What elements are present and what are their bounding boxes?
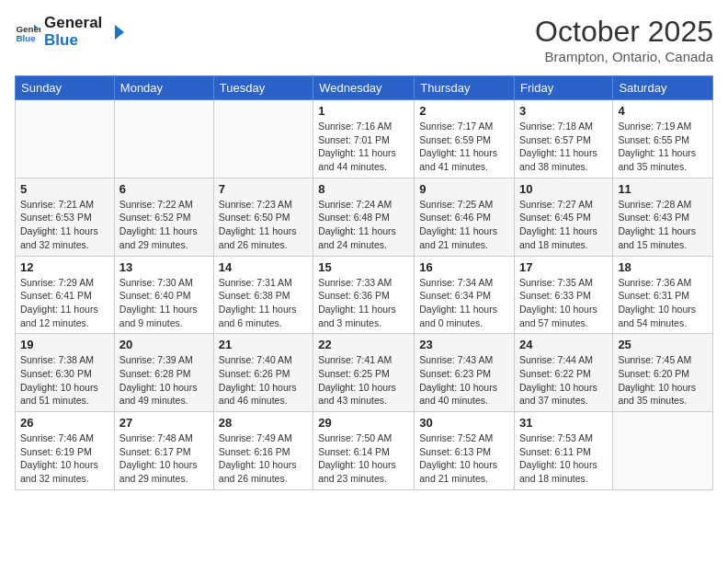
calendar-cell: 4Sunrise: 7:19 AM Sunset: 6:55 PM Daylig… xyxy=(613,100,713,178)
day-number: 3 xyxy=(519,104,608,118)
day-info: Sunrise: 7:53 AM Sunset: 6:11 PM Dayligh… xyxy=(519,431,608,486)
calendar-cell xyxy=(213,100,313,178)
day-number: 5 xyxy=(20,182,109,196)
day-number: 22 xyxy=(318,338,409,351)
calendar-cell: 17Sunrise: 7:35 AM Sunset: 6:33 PM Dayli… xyxy=(515,256,613,334)
calendar-cell: 13Sunrise: 7:30 AM Sunset: 6:40 PM Dayli… xyxy=(114,256,213,334)
calendar-cell: 16Sunrise: 7:34 AM Sunset: 6:34 PM Dayli… xyxy=(415,256,515,334)
calendar-cell: 27Sunrise: 7:48 AM Sunset: 6:17 PM Dayli… xyxy=(114,412,213,490)
day-info: Sunrise: 7:39 AM Sunset: 6:28 PM Dayligh… xyxy=(119,353,209,408)
calendar-body: 1Sunrise: 7:16 AM Sunset: 7:01 PM Daylig… xyxy=(16,100,713,490)
calendar-cell: 31Sunrise: 7:53 AM Sunset: 6:11 PM Dayli… xyxy=(515,412,613,490)
calendar-cell: 10Sunrise: 7:27 AM Sunset: 6:45 PM Dayli… xyxy=(515,178,613,256)
calendar-week-row: 1Sunrise: 7:16 AM Sunset: 7:01 PM Daylig… xyxy=(16,100,713,178)
calendar-week-row: 26Sunrise: 7:46 AM Sunset: 6:19 PM Dayli… xyxy=(16,412,713,490)
logo-text-line2: Blue xyxy=(44,32,102,50)
calendar-cell: 28Sunrise: 7:49 AM Sunset: 6:16 PM Dayli… xyxy=(213,412,313,490)
calendar-cell: 7Sunrise: 7:23 AM Sunset: 6:50 PM Daylig… xyxy=(213,178,313,256)
day-info: Sunrise: 7:28 AM Sunset: 6:43 PM Dayligh… xyxy=(618,198,708,252)
month-title: October 2025 xyxy=(535,15,713,49)
day-number: 24 xyxy=(519,338,608,351)
calendar-cell: 20Sunrise: 7:39 AM Sunset: 6:28 PM Dayli… xyxy=(114,334,213,412)
day-number: 19 xyxy=(20,338,109,351)
calendar-cell: 25Sunrise: 7:45 AM Sunset: 6:20 PM Dayli… xyxy=(613,334,713,412)
day-number: 18 xyxy=(618,260,708,274)
calendar-cell: 22Sunrise: 7:41 AM Sunset: 6:25 PM Dayli… xyxy=(313,334,415,412)
header-day-sunday: Sunday xyxy=(16,76,115,100)
day-number: 28 xyxy=(219,416,308,430)
day-number: 15 xyxy=(318,260,409,274)
calendar-cell xyxy=(16,100,115,178)
day-info: Sunrise: 7:36 AM Sunset: 6:31 PM Dayligh… xyxy=(618,276,708,330)
calendar-table: SundayMondayTuesdayWednesdayThursdayFrid… xyxy=(15,75,713,490)
calendar-cell: 19Sunrise: 7:38 AM Sunset: 6:30 PM Dayli… xyxy=(16,334,115,412)
day-info: Sunrise: 7:41 AM Sunset: 6:25 PM Dayligh… xyxy=(318,353,409,408)
calendar-cell: 6Sunrise: 7:22 AM Sunset: 6:52 PM Daylig… xyxy=(114,178,213,256)
day-info: Sunrise: 7:49 AM Sunset: 6:16 PM Dayligh… xyxy=(219,431,308,486)
day-info: Sunrise: 7:16 AM Sunset: 7:01 PM Dayligh… xyxy=(318,120,409,174)
day-number: 26 xyxy=(20,416,109,430)
day-number: 8 xyxy=(318,182,409,196)
calendar-week-row: 5Sunrise: 7:21 AM Sunset: 6:53 PM Daylig… xyxy=(16,178,713,256)
day-info: Sunrise: 7:46 AM Sunset: 6:19 PM Dayligh… xyxy=(20,431,109,486)
day-number: 21 xyxy=(219,338,308,351)
day-number: 14 xyxy=(219,260,308,274)
day-number: 16 xyxy=(419,260,509,274)
header-day-saturday: Saturday xyxy=(613,76,713,100)
calendar-cell: 12Sunrise: 7:29 AM Sunset: 6:41 PM Dayli… xyxy=(16,256,115,334)
calendar-cell: 2Sunrise: 7:17 AM Sunset: 6:59 PM Daylig… xyxy=(415,100,515,178)
day-info: Sunrise: 7:44 AM Sunset: 6:22 PM Dayligh… xyxy=(519,353,608,408)
header-day-thursday: Thursday xyxy=(415,76,515,100)
day-number: 29 xyxy=(318,416,409,430)
day-info: Sunrise: 7:43 AM Sunset: 6:23 PM Dayligh… xyxy=(419,353,509,408)
day-number: 23 xyxy=(419,338,509,351)
location-subtitle: Brampton, Ontario, Canada xyxy=(535,49,713,64)
title-block: October 2025 Brampton, Ontario, Canada xyxy=(535,15,713,64)
page-header: General Blue General Blue October 2025 B… xyxy=(15,15,713,64)
day-info: Sunrise: 7:19 AM Sunset: 6:55 PM Dayligh… xyxy=(618,120,708,174)
day-number: 17 xyxy=(519,260,608,274)
logo: General Blue General Blue xyxy=(15,15,126,49)
day-info: Sunrise: 7:40 AM Sunset: 6:26 PM Dayligh… xyxy=(219,353,308,408)
calendar-cell: 14Sunrise: 7:31 AM Sunset: 6:38 PM Dayli… xyxy=(213,256,313,334)
day-number: 7 xyxy=(219,182,308,196)
day-info: Sunrise: 7:48 AM Sunset: 6:17 PM Dayligh… xyxy=(119,431,209,486)
calendar-cell: 29Sunrise: 7:50 AM Sunset: 6:14 PM Dayli… xyxy=(313,412,415,490)
day-number: 9 xyxy=(419,182,509,196)
day-number: 6 xyxy=(119,182,209,196)
day-info: Sunrise: 7:52 AM Sunset: 6:13 PM Dayligh… xyxy=(419,431,509,486)
calendar-cell: 3Sunrise: 7:18 AM Sunset: 6:57 PM Daylig… xyxy=(515,100,613,178)
day-info: Sunrise: 7:35 AM Sunset: 6:33 PM Dayligh… xyxy=(519,276,608,330)
calendar-cell: 5Sunrise: 7:21 AM Sunset: 6:53 PM Daylig… xyxy=(16,178,115,256)
calendar-cell: 1Sunrise: 7:16 AM Sunset: 7:01 PM Daylig… xyxy=(313,100,415,178)
calendar-header: SundayMondayTuesdayWednesdayThursdayFrid… xyxy=(16,76,713,100)
day-number: 31 xyxy=(519,416,608,430)
day-info: Sunrise: 7:24 AM Sunset: 6:48 PM Dayligh… xyxy=(318,198,409,252)
calendar-cell: 30Sunrise: 7:52 AM Sunset: 6:13 PM Dayli… xyxy=(415,412,515,490)
calendar-cell: 18Sunrise: 7:36 AM Sunset: 6:31 PM Dayli… xyxy=(613,256,713,334)
calendar-cell xyxy=(613,412,713,490)
day-info: Sunrise: 7:45 AM Sunset: 6:20 PM Dayligh… xyxy=(618,353,708,408)
day-info: Sunrise: 7:25 AM Sunset: 6:46 PM Dayligh… xyxy=(419,198,509,252)
svg-text:Blue: Blue xyxy=(16,32,36,42)
day-info: Sunrise: 7:21 AM Sunset: 6:53 PM Dayligh… xyxy=(20,198,109,252)
header-day-friday: Friday xyxy=(515,76,613,100)
day-number: 10 xyxy=(519,182,608,196)
svg-marker-3 xyxy=(115,25,124,40)
calendar-cell: 15Sunrise: 7:33 AM Sunset: 6:36 PM Dayli… xyxy=(313,256,415,334)
calendar-week-row: 19Sunrise: 7:38 AM Sunset: 6:30 PM Dayli… xyxy=(16,334,713,412)
day-number: 27 xyxy=(119,416,209,430)
day-info: Sunrise: 7:29 AM Sunset: 6:41 PM Dayligh… xyxy=(20,276,109,330)
day-info: Sunrise: 7:38 AM Sunset: 6:30 PM Dayligh… xyxy=(20,353,109,408)
day-number: 13 xyxy=(119,260,209,274)
calendar-cell: 26Sunrise: 7:46 AM Sunset: 6:19 PM Dayli… xyxy=(16,412,115,490)
day-info: Sunrise: 7:34 AM Sunset: 6:34 PM Dayligh… xyxy=(419,276,509,330)
day-info: Sunrise: 7:17 AM Sunset: 6:59 PM Dayligh… xyxy=(419,120,509,174)
day-info: Sunrise: 7:18 AM Sunset: 6:57 PM Dayligh… xyxy=(519,120,608,174)
day-number: 20 xyxy=(119,338,209,351)
day-info: Sunrise: 7:22 AM Sunset: 6:52 PM Dayligh… xyxy=(119,198,209,252)
logo-icon: General Blue xyxy=(15,19,40,45)
day-number: 4 xyxy=(618,104,708,118)
logo-arrow-icon xyxy=(106,22,126,42)
day-info: Sunrise: 7:50 AM Sunset: 6:14 PM Dayligh… xyxy=(318,431,409,486)
